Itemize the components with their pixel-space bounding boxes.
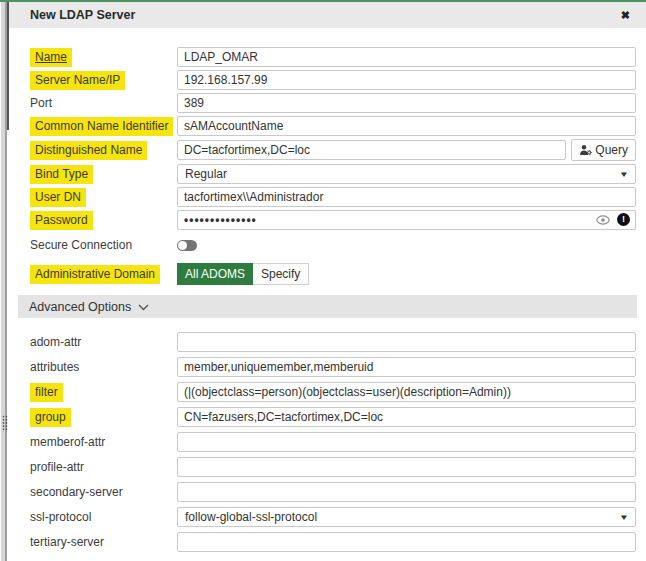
bind-type-label: Bind Type xyxy=(30,165,93,184)
tertiary-server-label: tertiary-server xyxy=(30,535,177,549)
splitter-grip-icon[interactable] xyxy=(2,415,8,432)
attributes-input[interactable] xyxy=(177,357,636,377)
field-row-memberof-attr: memberof-attr xyxy=(30,432,636,452)
field-row-secondary-server: secondary-server xyxy=(30,482,636,502)
query-button-label: Query xyxy=(595,143,628,157)
field-row-group: group xyxy=(30,407,636,427)
field-row-filter: filter xyxy=(30,382,636,402)
adom-attr-input[interactable] xyxy=(177,332,636,352)
adom-attr-label: adom-attr xyxy=(30,335,177,349)
dn-label: Distinguished Name xyxy=(30,141,147,160)
all-adoms-button[interactable]: All ADOMS xyxy=(177,263,253,285)
admin-domain-segmented-control: All ADOMS Specify xyxy=(177,263,309,285)
field-row-dn: Distinguished Name xyxy=(30,139,636,161)
left-splitter xyxy=(0,0,9,561)
ldap-form: Name Server Name/IP Port Common Name Ide… xyxy=(9,28,646,552)
query-button[interactable]: Query xyxy=(571,139,636,161)
profile-attr-label: profile-attr xyxy=(30,460,177,474)
dialog-title: New LDAP Server xyxy=(30,8,135,22)
bind-type-select[interactable]: Regular ▼ xyxy=(177,164,636,184)
field-row-password: Password ! xyxy=(30,210,636,230)
specify-button[interactable]: Specify xyxy=(253,263,309,285)
toggle-knob xyxy=(178,241,187,250)
close-icon[interactable]: ✖ xyxy=(621,10,630,21)
advanced-options-header[interactable]: Advanced Options xyxy=(18,295,637,318)
server-ip-label: Server Name/IP xyxy=(30,71,125,90)
field-row-secure-connection: Secure Connection xyxy=(30,235,636,255)
ssl-protocol-label: ssl-protocol xyxy=(30,510,177,524)
advanced-options-title: Advanced Options xyxy=(29,300,131,314)
dialog-titlebar: New LDAP Server ✖ xyxy=(9,2,646,28)
bind-type-value: Regular xyxy=(185,167,227,181)
field-row-bind-type: Bind Type Regular ▼ xyxy=(30,164,636,184)
user-dn-label: User DN xyxy=(30,188,86,207)
secondary-server-input[interactable] xyxy=(177,482,636,502)
field-row-admin-domain: Administrative Domain All ADOMS Specify xyxy=(30,263,636,285)
attributes-label: attributes xyxy=(30,360,177,374)
field-row-profile-attr: profile-attr xyxy=(30,457,636,477)
chevron-down-icon: ▼ xyxy=(619,513,629,522)
field-row-ssl-protocol: ssl-protocol follow-global-ssl-protocol … xyxy=(30,507,636,527)
dn-input[interactable] xyxy=(177,140,566,160)
memberof-attr-label: memberof-attr xyxy=(30,435,177,449)
cnid-label: Common Name Identifier xyxy=(30,117,173,136)
name-input[interactable] xyxy=(177,47,636,67)
port-input[interactable] xyxy=(177,93,636,113)
dialog-top-accent xyxy=(0,0,646,2)
secondary-server-label: secondary-server xyxy=(30,485,177,499)
chevron-down-icon: ▼ xyxy=(619,170,629,179)
server-ip-input[interactable] xyxy=(177,70,636,90)
cnid-input[interactable] xyxy=(177,116,636,136)
chevron-down-icon xyxy=(138,304,149,311)
filter-input[interactable] xyxy=(177,382,636,402)
user-gear-icon xyxy=(579,144,592,156)
name-label: Name xyxy=(30,48,72,67)
admin-domain-label: Administrative Domain xyxy=(30,265,160,284)
ssl-protocol-value: follow-global-ssl-protocol xyxy=(185,510,317,524)
field-row-tertiary-server: tertiary-server xyxy=(30,532,636,552)
group-input[interactable] xyxy=(177,407,636,427)
field-row-attributes: attributes xyxy=(30,357,636,377)
new-ldap-server-dialog: New LDAP Server ✖ Name Server Name/IP Po… xyxy=(9,2,646,557)
memberof-attr-input[interactable] xyxy=(177,432,636,452)
group-label: group xyxy=(30,408,71,427)
field-row-port: Port xyxy=(30,93,636,113)
user-dn-input[interactable] xyxy=(177,187,636,207)
profile-attr-input[interactable] xyxy=(177,457,636,477)
field-row-name: Name xyxy=(30,47,636,67)
port-label: Port xyxy=(30,96,177,110)
ssl-protocol-select[interactable]: follow-global-ssl-protocol ▼ xyxy=(177,507,636,527)
password-input[interactable] xyxy=(177,210,636,230)
password-alert-icon: ! xyxy=(617,213,630,226)
tertiary-server-input[interactable] xyxy=(177,532,636,552)
password-label: Password xyxy=(30,211,93,230)
field-row-server: Server Name/IP xyxy=(30,70,636,90)
field-row-user-dn: User DN xyxy=(30,187,636,207)
secure-connection-toggle[interactable] xyxy=(177,240,197,251)
field-row-adom-attr: adom-attr xyxy=(30,332,636,352)
filter-label: filter xyxy=(30,383,63,402)
secure-connection-label: Secure Connection xyxy=(30,238,177,252)
left-splitter-track xyxy=(1,0,7,561)
field-row-cnid: Common Name Identifier xyxy=(30,116,636,136)
eye-icon[interactable] xyxy=(596,214,610,226)
